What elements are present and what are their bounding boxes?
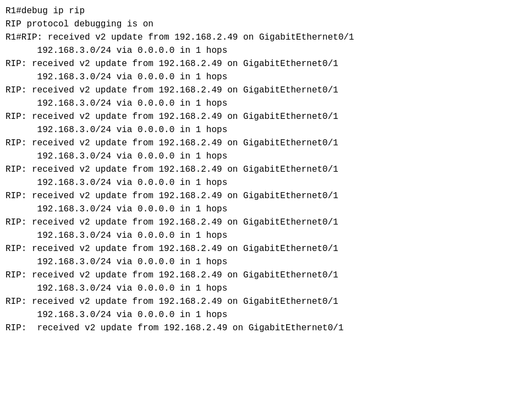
terminal-line: RIP: received v2 update from 192.168.2.4…: [6, 269, 499, 282]
terminal-line: R1#debug ip rip: [6, 4, 499, 18]
terminal-line: 192.168.3.0/24 via 0.0.0.0 in 1 hops: [6, 123, 499, 137]
terminal-line: 192.168.3.0/24 via 0.0.0.0 in 1 hops: [6, 255, 499, 269]
terminal-line: RIP: received v2 update from 192.168.2.4…: [6, 216, 499, 229]
terminal-line: 192.168.3.0/24 via 0.0.0.0 in 1 hops: [6, 176, 499, 189]
terminal-line: 192.168.3.0/24 via 0.0.0.0 in 1 hops: [6, 203, 499, 216]
terminal-line: RIP protocol debugging is on: [6, 18, 499, 31]
terminal-line: RIP: received v2 update from 192.168.2.4…: [6, 137, 499, 150]
terminal-line: RIP: received v2 update from 192.168.2.4…: [6, 84, 499, 97]
terminal-output: R1#debug ip ripRIP protocol debugging is…: [0, 0, 505, 420]
terminal-line: R1#RIP: received v2 update from 192.168.…: [6, 31, 499, 44]
terminal-line: 192.168.3.0/24 via 0.0.0.0 in 1 hops: [6, 282, 499, 295]
terminal-line: 192.168.3.0/24 via 0.0.0.0 in 1 hops: [6, 97, 499, 110]
terminal-line: 192.168.3.0/24 via 0.0.0.0 in 1 hops: [6, 229, 499, 242]
terminal-line: RIP: received v2 update from 192.168.2.4…: [6, 295, 499, 308]
terminal-line: RIP: received v2 update from 192.168.2.4…: [6, 321, 499, 335]
terminal-line: 192.168.3.0/24 via 0.0.0.0 in 1 hops: [6, 150, 499, 163]
terminal-line: 192.168.3.0/24 via 0.0.0.0 in 1 hops: [6, 70, 499, 84]
terminal-line: RIP: received v2 update from 192.168.2.4…: [6, 189, 499, 203]
terminal-line: RIP: received v2 update from 192.168.2.4…: [6, 242, 499, 255]
terminal-line: 192.168.3.0/24 via 0.0.0.0 in 1 hops: [6, 44, 499, 57]
terminal-line: 192.168.3.0/24 via 0.0.0.0 in 1 hops: [6, 308, 499, 321]
terminal-line: RIP: received v2 update from 192.168.2.4…: [6, 163, 499, 176]
terminal-line: RIP: received v2 update from 192.168.2.4…: [6, 110, 499, 123]
terminal-line: RIP: received v2 update from 192.168.2.4…: [6, 57, 499, 70]
